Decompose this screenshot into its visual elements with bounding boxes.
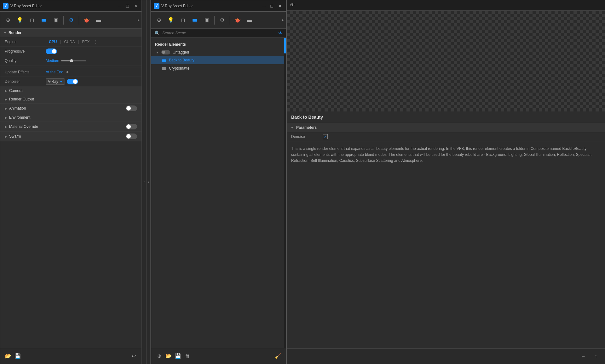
toolbar-divider-m1	[214, 16, 215, 25]
win-controls-left: ─ □ ✕	[117, 3, 139, 9]
up-btn-right[interactable]: ↑	[591, 352, 601, 361]
rtx-engine-btn[interactable]: RTX	[79, 39, 93, 45]
footer-middle: ⊕ 📂 💾 🗑 🧹	[151, 348, 286, 364]
add-element-btn[interactable]: ⊕	[154, 351, 164, 361]
denoiser-select[interactable]: V-Ray ▼	[46, 78, 65, 85]
engine-row: Engine CPU | CUDA | RTX ⋮	[0, 37, 141, 47]
camera-section-row[interactable]: ▶ Camera	[0, 87, 141, 95]
engine-more-btn[interactable]: ⋮	[94, 40, 98, 44]
swarm-arrow-icon: ▶	[5, 135, 7, 138]
cuda-engine-btn[interactable]: CUDA	[61, 39, 78, 45]
save-file-btn-left[interactable]: 💾	[13, 351, 22, 361]
tree-content-wrap: Render Elements ▼ Untagged	[151, 38, 286, 348]
props-title: Back to Beauty	[287, 111, 605, 123]
preview-icon: 👁	[290, 3, 295, 8]
cube-icon-btn-m[interactable]: ◻	[177, 14, 188, 26]
window-title-left: V-Ray Asset Editor	[10, 4, 117, 8]
cryptomatte-item[interactable]: Cryptomatte	[151, 64, 286, 72]
collapse-right-btn[interactable]: ›	[146, 0, 151, 364]
display-icon-btn[interactable]: ▣	[50, 14, 61, 26]
toolbar-icon-crosshair-wrap: ⊕	[2, 14, 14, 26]
environment-section-row[interactable]: ▶ Environment	[0, 113, 141, 122]
update-effects-row: Update Effects At the End	[0, 67, 141, 77]
tree-panel-content: Render Elements ▼ Untagged	[151, 38, 286, 75]
close-button-middle[interactable]: ✕	[277, 3, 283, 9]
maximize-button-middle[interactable]: □	[269, 3, 274, 9]
environment-arrow-icon: ▶	[5, 116, 7, 119]
gear-icon-btn[interactable]: ⚙	[66, 14, 77, 26]
light-icon-btn[interactable]: 💡	[14, 14, 26, 26]
display-icon-btn-m[interactable]: ▣	[201, 14, 212, 26]
collapse-left-btn[interactable]: ‹	[142, 0, 146, 364]
untagged-group-item[interactable]: ▼ Untagged	[151, 48, 286, 56]
delete-btn[interactable]: 🗑	[183, 351, 192, 361]
animation-section-row[interactable]: ▶ Animation	[0, 104, 141, 113]
back-to-beauty-item[interactable]: Back to Beauty	[151, 56, 286, 64]
crosshair-icon-btn[interactable]: ⊕	[2, 14, 14, 26]
tree-header: Render Elements	[151, 40, 286, 48]
open-file-btn-left[interactable]: 📂	[3, 351, 13, 361]
progressive-toggle[interactable]	[46, 48, 57, 54]
cpu-engine-btn[interactable]: CPU	[46, 39, 60, 45]
close-button-left[interactable]: ✕	[133, 3, 139, 9]
camera-label: Camera	[9, 88, 137, 93]
svg-rect-4	[193, 20, 197, 21]
undo-btn-left[interactable]: ↩	[129, 351, 138, 361]
progressive-value	[46, 48, 137, 54]
teapot-icon-btn[interactable]: 🫖	[81, 14, 92, 26]
environment-label: Environment	[9, 115, 137, 120]
preview-area	[287, 11, 605, 111]
layers-icon-btn[interactable]	[38, 14, 49, 26]
engine-value: CPU | CUDA | RTX ⋮	[46, 39, 137, 45]
update-effects-label: Update Effects	[5, 70, 46, 74]
title-bar-middle: V V-Ray Asset Editor ─ □ ✕	[151, 0, 286, 12]
teapot-icon-btn-m[interactable]: 🫖	[232, 14, 243, 26]
render-section-header[interactable]: ▼ Render	[0, 29, 141, 37]
swarm-section-row[interactable]: ▶ Swarm	[0, 132, 141, 141]
minimize-button-middle[interactable]: ─	[261, 3, 267, 9]
quality-value-text: Medium	[46, 59, 59, 63]
maximize-button-left[interactable]: □	[125, 3, 130, 9]
render-output-section-row[interactable]: ▶ Render Output	[0, 95, 141, 104]
search-bar: 🔍 👁	[151, 29, 286, 38]
layers-icon-crypto	[161, 66, 166, 71]
light-icon-btn-m[interactable]: 💡	[165, 14, 176, 26]
search-input[interactable]	[162, 31, 276, 35]
quality-slider[interactable]	[61, 60, 86, 61]
slider-thumb	[70, 59, 73, 62]
layers-icon-btn-m[interactable]	[189, 14, 200, 26]
back-to-beauty-label: Back to Beauty	[169, 58, 194, 62]
cube-icon-btn[interactable]: ◻	[26, 14, 37, 26]
denoise-checkbox[interactable]: ✓	[323, 134, 328, 139]
animation-toggle[interactable]	[126, 105, 137, 111]
window-icon-btn-m[interactable]: ▬	[244, 14, 255, 26]
untagged-toggle[interactable]	[161, 50, 170, 54]
render-section-label: Render	[9, 31, 21, 35]
swarm-toggle[interactable]	[126, 134, 137, 139]
properties-panel: Back to Beauty ▼ Parameters Denoise ✓ Th…	[287, 111, 605, 348]
material-override-section-row[interactable]: ▶ Material Override	[0, 122, 141, 132]
eye-icon[interactable]: 👁	[278, 31, 283, 36]
tree-header-label: Render Elements	[155, 42, 186, 47]
scrollbar-thumb	[284, 38, 286, 54]
parameters-section-label: Parameters	[296, 125, 317, 130]
save-file-btn-middle[interactable]: 💾	[173, 351, 183, 361]
brush-btn[interactable]: 🧹	[273, 351, 283, 361]
gear-icon-btn-m[interactable]: ⚙	[216, 14, 228, 26]
back-btn-right[interactable]: ←	[579, 352, 588, 361]
window-icon-btn[interactable]: ▬	[93, 14, 104, 26]
denoiser-dropdown-arrow: ▼	[60, 80, 63, 83]
minimize-button-left[interactable]: ─	[117, 3, 123, 9]
title-bar-left: V V-Ray Asset Editor ─ □ ✕	[0, 0, 141, 12]
description-text: This is a single render element that exp…	[287, 141, 605, 168]
checkerboard-bg	[287, 11, 605, 111]
material-override-toggle[interactable]	[126, 124, 137, 129]
crosshair-icon-btn-m[interactable]: ⊕	[153, 14, 164, 26]
toolbar-left: ⊕ 💡 ◻ ▣ ⚙ 🫖 ▬ ▶	[0, 12, 141, 29]
slider-track	[61, 60, 86, 61]
denoiser-toggle[interactable]	[67, 79, 78, 84]
preview-top-bar: 👁	[287, 0, 605, 11]
svg-rect-1	[42, 20, 46, 21]
parameters-section-header[interactable]: ▼ Parameters	[287, 123, 605, 132]
open-file-btn-middle[interactable]: 📂	[164, 351, 173, 361]
